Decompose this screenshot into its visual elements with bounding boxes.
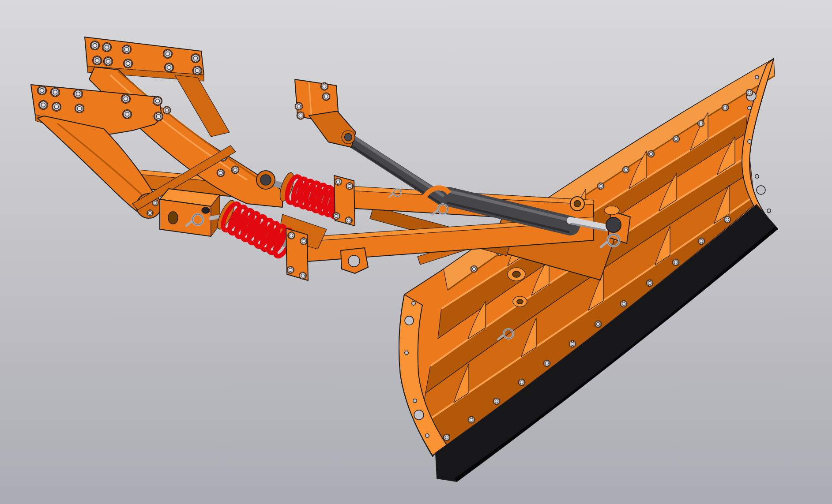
rod-clevis: [606, 217, 621, 232]
clevis-pin-head: [202, 207, 210, 213]
spring-pivot-upper: [260, 175, 271, 185]
tow-eye-lug: [341, 248, 368, 273]
frame-eye-lug: [570, 197, 584, 211]
cad-render: [0, 0, 832, 504]
cad-viewport[interactable]: [0, 0, 832, 504]
receiver-box: [160, 189, 227, 236]
lift-pivot-pin: [345, 134, 352, 141]
